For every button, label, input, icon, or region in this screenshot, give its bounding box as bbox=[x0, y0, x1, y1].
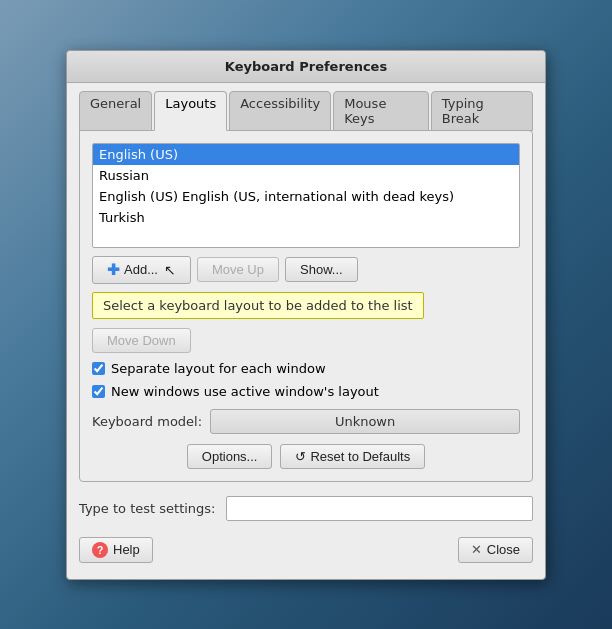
separate-layout-label: Separate layout for each window bbox=[111, 361, 326, 376]
tab-general[interactable]: General bbox=[79, 91, 152, 131]
list-item[interactable]: English (US) English (US, international … bbox=[93, 186, 519, 207]
separate-layout-checkbox[interactable] bbox=[92, 362, 105, 375]
keyboard-model-label: Keyboard model: bbox=[92, 414, 202, 429]
tab-layouts[interactable]: Layouts bbox=[154, 91, 227, 131]
type-test-row: Type to test settings: bbox=[79, 496, 533, 521]
list-item[interactable]: Russian bbox=[93, 165, 519, 186]
type-test-input[interactable] bbox=[226, 496, 534, 521]
tooltip: Select a keyboard layout to be added to … bbox=[92, 292, 424, 319]
type-test-label: Type to test settings: bbox=[79, 501, 216, 516]
keyboard-preferences-dialog: Keyboard Preferences General Layouts Acc… bbox=[66, 50, 546, 580]
help-button[interactable]: ? Help bbox=[79, 537, 153, 563]
add-icon: ✚ bbox=[107, 261, 120, 279]
separate-layout-row: Separate layout for each window bbox=[92, 361, 520, 376]
add-btn-wrapper: ✚ Add... ↖ Select a keyboard layout to b… bbox=[92, 256, 191, 284]
tab-typing-break[interactable]: Typing Break bbox=[431, 91, 533, 131]
keyboard-model-row: Keyboard model: Unknown bbox=[92, 409, 520, 434]
options-button[interactable]: Options... bbox=[187, 444, 273, 469]
tab-bar: General Layouts Accessibility Mouse Keys… bbox=[67, 83, 545, 131]
cursor-icon: ↖ bbox=[164, 262, 176, 278]
new-windows-row: New windows use active window's layout bbox=[92, 384, 520, 399]
tab-accessibility[interactable]: Accessibility bbox=[229, 91, 331, 131]
close-icon: ✕ bbox=[471, 542, 482, 557]
move-up-button[interactable]: Move Up bbox=[197, 257, 279, 282]
move-down-button[interactable]: Move Down bbox=[92, 328, 191, 353]
add-button[interactable]: ✚ Add... ↖ bbox=[92, 256, 191, 284]
list-item[interactable]: English (US) bbox=[93, 144, 519, 165]
reset-icon: ↺ bbox=[295, 449, 306, 464]
list-item[interactable]: Turkish bbox=[93, 207, 519, 228]
new-windows-label: New windows use active window's layout bbox=[111, 384, 379, 399]
tab-content-layouts: English (US) Russian English (US) Englis… bbox=[79, 130, 533, 482]
reset-button[interactable]: ↺ Reset to Defaults bbox=[280, 444, 425, 469]
layout-list[interactable]: English (US) Russian English (US) Englis… bbox=[92, 143, 520, 248]
dialog-title: Keyboard Preferences bbox=[225, 59, 387, 74]
footer-buttons: ? Help ✕ Close bbox=[67, 529, 545, 563]
dialog-titlebar: Keyboard Preferences bbox=[67, 51, 545, 83]
layout-buttons-row2: Move Down bbox=[92, 328, 520, 353]
keyboard-model-value: Unknown bbox=[210, 409, 520, 434]
new-windows-checkbox[interactable] bbox=[92, 385, 105, 398]
tab-mouse-keys[interactable]: Mouse Keys bbox=[333, 91, 429, 131]
layout-buttons-row1: ✚ Add... ↖ Select a keyboard layout to b… bbox=[92, 256, 520, 284]
close-button[interactable]: ✕ Close bbox=[458, 537, 533, 563]
help-icon: ? bbox=[92, 542, 108, 558]
options-reset-row: Options... ↺ Reset to Defaults bbox=[92, 444, 520, 469]
show-button[interactable]: Show... bbox=[285, 257, 358, 282]
